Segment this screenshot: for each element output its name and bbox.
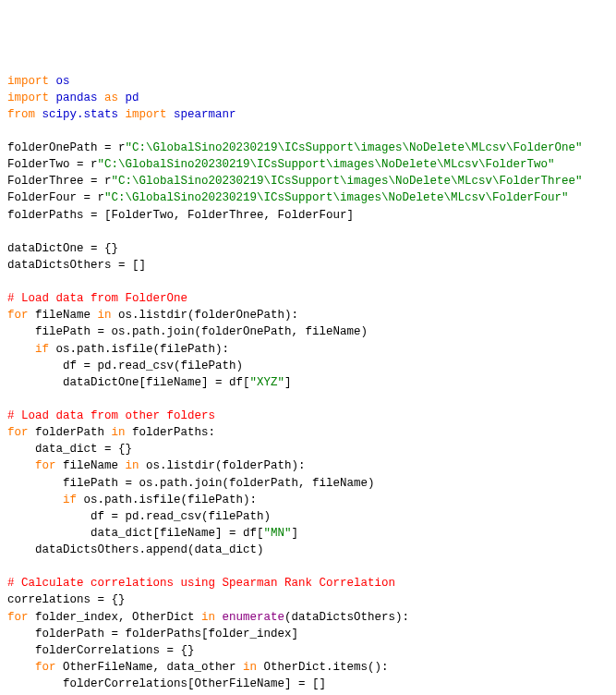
line: # Load data from FolderOne xyxy=(7,292,187,305)
line: for folder_index, OtherDict in enumerate… xyxy=(7,611,409,624)
line: df = pd.read_csv(filePath) xyxy=(7,510,271,523)
line: folderCorrelations = {} xyxy=(7,644,195,657)
line: data_dict = {} xyxy=(7,443,132,456)
line: # Calculate correlations using Spearman … xyxy=(7,577,395,590)
line: for OtherFileName, data_other in OtherDi… xyxy=(7,661,389,674)
line: if os.path.isfile(filePath): xyxy=(7,494,257,506)
line: data_dict[fileName] = df["MN"] xyxy=(7,527,298,540)
line: folderPaths = [FolderTwo, FolderThree, F… xyxy=(7,209,354,222)
line: folderOnePath = r"C:\GlobalSino20230219\… xyxy=(7,141,583,154)
line: filePath = os.path.join(folderPath, file… xyxy=(7,477,375,490)
line: dataDictOne = {} xyxy=(7,242,118,255)
line: import pandas as pd xyxy=(7,91,139,104)
line: for fileName in os.listdir(folderOnePath… xyxy=(7,309,298,322)
line: correlations = {} xyxy=(7,593,126,606)
line: folderCorrelations[OtherFileName] = [] xyxy=(7,677,326,690)
line: for folderPath in folderPaths: xyxy=(7,426,215,439)
line: dataDictsOthers.append(data_dict) xyxy=(7,543,264,556)
line: dataDictsOthers = [] xyxy=(7,259,146,272)
line: FolderTwo = r"C:\GlobalSino20230219\ICsS… xyxy=(7,158,555,171)
code-block: import os import pandas as pd from scipy… xyxy=(7,73,609,696)
line: for fileName in os.listdir(folderPath): xyxy=(7,459,306,472)
line: df = pd.read_csv(filePath) xyxy=(7,360,243,372)
line: filePath = os.path.join(folderOnePath, f… xyxy=(7,325,368,338)
line: FolderThree = r"C:\GlobalSino20230219\IC… xyxy=(7,175,583,188)
line: if os.path.isfile(filePath): xyxy=(7,343,229,356)
line: import os xyxy=(7,75,70,88)
line: from scipy.stats import spearmanr xyxy=(7,108,236,121)
line: folderPath = folderPaths[folder_index] xyxy=(7,628,298,640)
line: # Load data from other folders xyxy=(7,409,215,422)
line: FolderFour = r"C:\GlobalSino20230219\ICs… xyxy=(7,191,569,204)
line: dataDictOne[fileName] = df["XYZ"] xyxy=(7,376,292,389)
